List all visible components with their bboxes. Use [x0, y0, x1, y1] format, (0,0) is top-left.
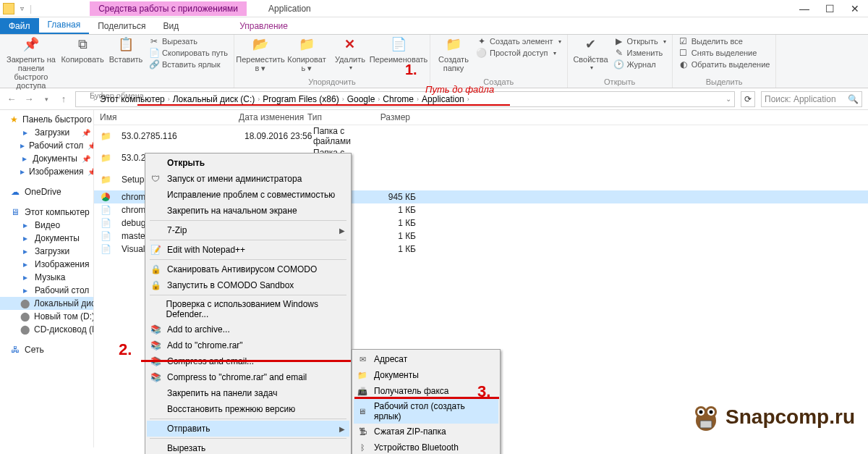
- submenu-item[interactable]: 📁Документы: [354, 367, 498, 383]
- col-name[interactable]: Имя: [94, 112, 239, 122]
- sidebar-item[interactable]: ▸Документы: [0, 232, 93, 245]
- sidebar-item[interactable]: ⬤Новый том (D:): [0, 310, 93, 323]
- col-type[interactable]: Тип: [307, 112, 373, 122]
- paste-button[interactable]: 📋 Вставить: [109, 36, 143, 90]
- copy-to-button[interactable]: 📁Копироват ь ▾: [286, 36, 327, 72]
- copy-icon: ⧉: [72, 36, 93, 54]
- breadcrumb-item[interactable]: Program Files (x86): [263, 94, 339, 104]
- chevron-icon[interactable]: ›: [90, 96, 98, 103]
- menu-icon: [150, 224, 161, 236]
- submenu-arrow-icon: ▶: [339, 227, 345, 235]
- sidebar-item[interactable]: ▸Музыка: [0, 271, 93, 284]
- col-size[interactable]: Размер: [373, 112, 416, 122]
- context-menu-item[interactable]: Проверка с использованием Windows Defend…: [147, 297, 349, 321]
- new-folder-button[interactable]: 📁Создать папку: [436, 36, 471, 72]
- sidebar-item[interactable]: ⬤CD-дисковод (E:): [0, 323, 93, 336]
- file-row[interactable]: 📁53.0.2785.11618.09.2016 23:56Папка с фа…: [94, 125, 868, 147]
- context-menu-item[interactable]: 📚Add to archive...: [147, 321, 349, 337]
- maximize-button[interactable]: ☐: [825, 3, 835, 14]
- sidebar-network[interactable]: 🖧Сеть: [0, 343, 93, 356]
- sidebar-item[interactable]: ▸Документы📌: [0, 152, 93, 165]
- context-menu-item[interactable]: Открыть: [147, 155, 349, 171]
- context-menu-item[interactable]: Закрепить на панели задач: [147, 385, 349, 401]
- tab-file[interactable]: Файл: [0, 18, 39, 34]
- qat-dropdown-icon[interactable]: ▿: [20, 4, 24, 12]
- submenu-item[interactable]: ᛒУстройство Bluetooth: [354, 440, 498, 454]
- open-button[interactable]: ▶Открыть▾: [614, 36, 666, 46]
- context-menu-item[interactable]: Вырезать: [147, 440, 349, 454]
- refresh-button[interactable]: ⟳: [741, 91, 755, 107]
- context-menu-item[interactable]: Восстановить прежнюю версию: [147, 401, 349, 417]
- breadcrumb-item[interactable]: Этот компьютер: [100, 94, 165, 104]
- copy-path-button[interactable]: 📄Скопировать путь: [149, 48, 228, 58]
- chevron-icon[interactable]: ›: [339, 96, 347, 103]
- sidebar-this-pc[interactable]: 🖥Этот компьютер: [0, 206, 93, 219]
- submenu-item[interactable]: 🗜Сжатая ZIP-папка: [354, 424, 498, 440]
- sidebar-item[interactable]: ▸Видео: [0, 219, 93, 232]
- sidebar-quick-access[interactable]: ★Панель быстрого до: [0, 113, 93, 126]
- select-none-button[interactable]: ☐Снять выделение: [678, 48, 770, 58]
- tab-share[interactable]: Поделиться: [89, 18, 154, 34]
- open-icon: ▶: [614, 36, 624, 46]
- submenu-item[interactable]: ✉Адресат: [354, 351, 498, 367]
- sidebar-item[interactable]: ▸Загрузки📌: [0, 126, 93, 139]
- recent-dropdown[interactable]: ▾: [41, 96, 52, 103]
- col-date[interactable]: Дата изменения: [239, 112, 307, 122]
- invert-selection-button[interactable]: ◐Обратить выделение: [678, 59, 770, 70]
- paste-shortcut-button[interactable]: 🔗Вставить ярлык: [149, 59, 228, 70]
- breadcrumb-dropdown[interactable]: ⌄: [726, 95, 731, 103]
- back-button[interactable]: ←: [6, 93, 17, 104]
- breadcrumb-item[interactable]: Chrome: [383, 94, 414, 104]
- chevron-icon[interactable]: ›: [464, 96, 472, 103]
- chevron-icon[interactable]: ›: [165, 96, 173, 103]
- context-menu-item[interactable]: Отправить▶: [147, 421, 349, 437]
- up-button[interactable]: ↑: [58, 93, 69, 104]
- context-menu-item[interactable]: 7-Zip▶: [147, 222, 349, 238]
- chevron-icon[interactable]: ›: [255, 96, 263, 103]
- select-all-button[interactable]: ☑Выделить все: [678, 36, 770, 46]
- menu-icon: [150, 205, 161, 217]
- context-menu-item[interactable]: 🛡Запуск от имени администратора: [147, 171, 349, 187]
- properties-button[interactable]: ✔Свойства▾: [574, 36, 608, 72]
- close-button[interactable]: ✕: [851, 3, 859, 14]
- column-headers[interactable]: Имя Дата изменения Тип Размер: [94, 110, 868, 125]
- new-item-button[interactable]: ✦Создать элемент▾: [477, 36, 561, 46]
- minimize-button[interactable]: —: [799, 3, 809, 14]
- sidebar-item[interactable]: ▸Загрузки: [0, 245, 93, 258]
- context-menu-item[interactable]: 🔒Запустить в COMODO Sandbox: [147, 277, 349, 293]
- breadcrumb-item[interactable]: Локальный диск (C:): [173, 94, 255, 104]
- breadcrumb-bar[interactable]: › Этот компьютер›Локальный диск (C:)›Pro…: [75, 91, 735, 107]
- context-menu-item[interactable]: 🔒Сканировать Антивирусом COMODO: [147, 261, 349, 277]
- search-input[interactable]: Поиск: Application 🔍: [761, 91, 862, 107]
- history-button[interactable]: 🕑Журнал: [614, 59, 666, 70]
- context-menu-item[interactable]: Закрепить на начальном экране: [147, 203, 349, 219]
- delete-button[interactable]: ✕Удалить▾: [333, 36, 367, 72]
- sidebar-onedrive[interactable]: ☁OneDrive: [0, 185, 93, 198]
- context-menu-item[interactable]: Исправление проблем с совместимостью: [147, 187, 349, 203]
- forward-button[interactable]: →: [23, 93, 35, 104]
- context-menu-item[interactable]: 📚Add to "chrome.rar": [147, 337, 349, 353]
- easy-access-button[interactable]: ⚪Простой доступ▾: [477, 48, 561, 58]
- tab-home[interactable]: Главная: [39, 17, 90, 34]
- folder-icon: ▸: [20, 154, 28, 164]
- context-menu-item[interactable]: 📚Compress to "chrome.rar" and email: [147, 369, 349, 385]
- sidebar-item[interactable]: ▸Рабочий стол📌: [0, 139, 93, 152]
- chevron-icon[interactable]: ›: [414, 96, 422, 103]
- submenu-item[interactable]: 🖥Рабочий стол (создать ярлык): [354, 399, 498, 424]
- copy-button[interactable]: ⧉ Копировать: [62, 36, 103, 90]
- tab-manage[interactable]: Управление: [231, 18, 297, 34]
- breadcrumb-item[interactable]: Application: [422, 94, 464, 104]
- tab-view[interactable]: Вид: [154, 18, 187, 34]
- breadcrumb-item[interactable]: Google: [347, 94, 375, 104]
- title-bar: ▿ | Средства работы с приложениями Appli…: [0, 0, 868, 17]
- chevron-icon[interactable]: ›: [375, 96, 383, 103]
- sidebar-item[interactable]: ⬤Локальный диск (C: [0, 297, 93, 310]
- edit-button[interactable]: ✎Изменить: [614, 48, 666, 58]
- cut-button[interactable]: ✂Вырезать: [149, 36, 228, 46]
- context-menu-item[interactable]: 📝Edit with Notepad++: [147, 242, 349, 258]
- pin-quick-access-button[interactable]: 📌 Закрепить на панели быстрого доступа: [6, 36, 56, 90]
- sidebar-item[interactable]: ▸Изображения: [0, 258, 93, 271]
- sidebar-item[interactable]: ▸Рабочий стол: [0, 284, 93, 297]
- move-to-button[interactable]: 📂Переместить в ▾: [240, 36, 281, 72]
- sidebar-item[interactable]: ▸Изображения📌: [0, 165, 93, 178]
